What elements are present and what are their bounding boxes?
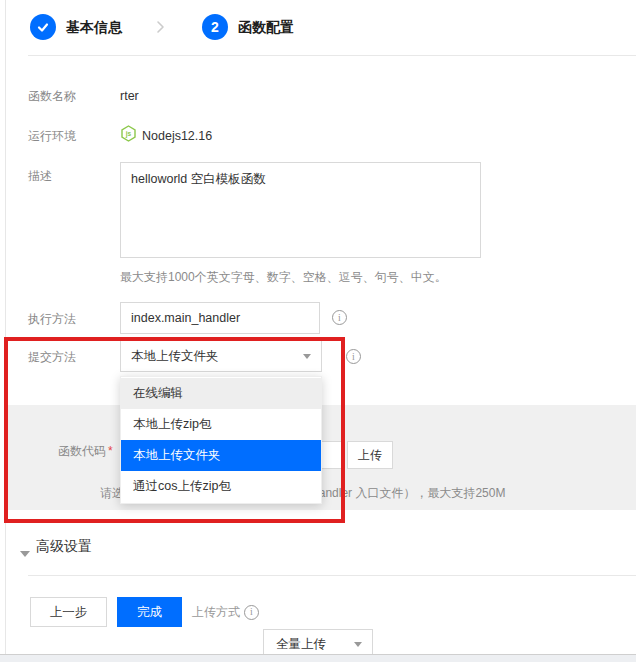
- description-textarea[interactable]: helloworld 空白模板函数: [120, 162, 481, 258]
- description-label: 描述: [28, 168, 52, 184]
- upload-mode-info-icon[interactable]: [244, 605, 259, 620]
- step2-number-badge: 2: [202, 14, 228, 40]
- upload-mode-label: 上传方式: [192, 597, 259, 627]
- submit-method-dropdown-menu: 在线编辑 本地上传zip包 本地上传文件夹 通过cos上传zip包: [120, 376, 322, 504]
- function-code-label: 函数代码*: [58, 443, 113, 459]
- footer-divider: [28, 575, 636, 576]
- function-code-label-text: 函数代码: [58, 444, 106, 458]
- header-divider: [28, 55, 636, 56]
- submit-method-selected-value: 本地上传文件夹: [131, 349, 219, 363]
- finish-label: 完成: [137, 604, 162, 621]
- submit-method-label: 提交方法: [28, 349, 76, 365]
- step1-label[interactable]: 基本信息: [66, 14, 122, 40]
- svg-text:js: js: [125, 130, 132, 138]
- function-name-label: 函数名称: [28, 88, 76, 104]
- submit-method-select[interactable]: 本地上传文件夹: [120, 340, 322, 372]
- chevron-down-icon: [354, 642, 362, 647]
- step1-done-badge: [30, 14, 56, 40]
- dropdown-option-local-zip[interactable]: 本地上传zip包: [121, 409, 321, 440]
- step2-label[interactable]: 函数配置: [238, 14, 294, 40]
- chevron-down-icon: [303, 354, 311, 359]
- dropdown-option-online-edit[interactable]: 在线编辑: [121, 378, 321, 409]
- left-panel-divider: [5, 0, 6, 655]
- step2-number: 2: [211, 19, 219, 35]
- advanced-settings-toggle[interactable]: 高级设置: [36, 538, 92, 556]
- description-text: helloworld 空白模板函数: [131, 172, 266, 186]
- runtime-value: Nodejs12.16: [142, 128, 212, 144]
- runtime-label: 运行环境: [28, 128, 76, 144]
- submit-method-info-icon[interactable]: [346, 349, 361, 364]
- required-asterisk: *: [108, 444, 113, 458]
- upload-button-label: 上传: [358, 447, 382, 464]
- description-helper: 最大支持1000个英文字母、数字、空格、逗号、句号、中文。: [120, 270, 600, 285]
- function-config-page: 基本信息 2 函数配置 函数名称 rter 运行环境 js Nodejs12.1…: [0, 0, 636, 662]
- handler-input-value: index.main_handler: [131, 311, 240, 325]
- finish-button[interactable]: 完成: [117, 597, 182, 627]
- handler-input[interactable]: index.main_handler: [120, 302, 320, 334]
- dropdown-option-cos-zip[interactable]: 通过cos上传zip包: [121, 471, 321, 502]
- handler-label: 执行方法: [28, 311, 76, 327]
- nodejs-icon: js: [120, 125, 137, 146]
- upload-mode-selected-value: 全量上传: [276, 637, 326, 651]
- upload-button[interactable]: 上传: [347, 441, 393, 469]
- previous-step-button[interactable]: 上一步: [30, 597, 107, 627]
- handler-info-icon[interactable]: [332, 310, 347, 325]
- chevron-right-icon: [153, 20, 167, 38]
- function-name-value: rter: [120, 88, 139, 104]
- upload-mode-label-text: 上传方式: [192, 597, 240, 627]
- previous-step-label: 上一步: [50, 604, 88, 621]
- check-icon: [36, 20, 50, 34]
- page-background-strip: [0, 655, 636, 662]
- triangle-down-icon: [20, 543, 30, 561]
- dropdown-option-local-folder[interactable]: 本地上传文件夹: [121, 440, 321, 471]
